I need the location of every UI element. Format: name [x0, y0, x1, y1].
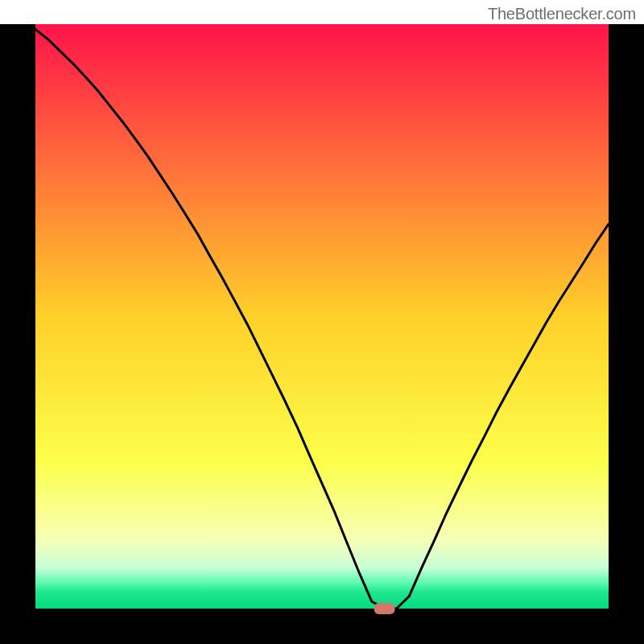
bottleneck-chart	[0, 0, 644, 644]
chart-container: TheBottlenecker.com	[0, 0, 644, 644]
plot-background	[35, 24, 609, 609]
attribution-text: TheBottlenecker.com	[488, 5, 636, 23]
svg-rect-2	[0, 609, 644, 644]
svg-rect-1	[609, 24, 644, 644]
svg-rect-0	[0, 24, 35, 644]
min-marker	[374, 603, 395, 614]
